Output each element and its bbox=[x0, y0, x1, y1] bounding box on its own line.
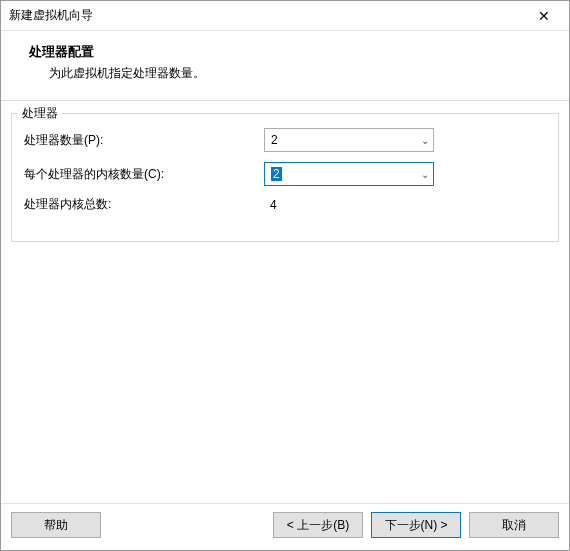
button-bar: 帮助 < 上一步(B) 下一步(N) > 取消 bbox=[1, 503, 569, 550]
page-subtitle: 为此虚拟机指定处理器数量。 bbox=[9, 65, 561, 82]
cores-row: 每个处理器的内核数量(C): 2 ⌄ bbox=[24, 162, 546, 186]
chevron-down-icon: ⌄ bbox=[421, 169, 429, 180]
titlebar: 新建虚拟机向导 ✕ bbox=[1, 1, 569, 31]
next-button[interactable]: 下一步(N) > bbox=[371, 512, 461, 538]
processors-label: 处理器数量(P): bbox=[24, 132, 264, 149]
help-button[interactable]: 帮助 bbox=[11, 512, 101, 538]
fieldset-legend: 处理器 bbox=[18, 105, 62, 122]
cores-combobox[interactable]: 2 ⌄ bbox=[264, 162, 434, 186]
chevron-down-icon: ⌄ bbox=[421, 135, 429, 146]
cancel-button[interactable]: 取消 bbox=[469, 512, 559, 538]
close-icon: ✕ bbox=[538, 8, 550, 24]
cores-value: 2 bbox=[271, 167, 282, 181]
processors-row: 处理器数量(P): 2 ⌄ bbox=[24, 128, 546, 152]
close-button[interactable]: ✕ bbox=[529, 8, 559, 24]
cores-label: 每个处理器的内核数量(C): bbox=[24, 166, 264, 183]
processors-value: 2 bbox=[271, 133, 421, 147]
total-cores-label: 处理器内核总数: bbox=[24, 196, 264, 213]
content-area: 处理器 处理器数量(P): 2 ⌄ 每个处理器的内核数量(C): 2 ⌄ 处理器… bbox=[1, 101, 569, 503]
page-title: 处理器配置 bbox=[9, 43, 561, 61]
total-cores-value: 4 bbox=[264, 198, 277, 212]
processors-combobox[interactable]: 2 ⌄ bbox=[264, 128, 434, 152]
processor-fieldset: 处理器 处理器数量(P): 2 ⌄ 每个处理器的内核数量(C): 2 ⌄ 处理器… bbox=[11, 113, 559, 242]
back-button[interactable]: < 上一步(B) bbox=[273, 512, 363, 538]
wizard-header: 处理器配置 为此虚拟机指定处理器数量。 bbox=[1, 31, 569, 100]
total-row: 处理器内核总数: 4 bbox=[24, 196, 546, 213]
window-title: 新建虚拟机向导 bbox=[9, 7, 93, 24]
